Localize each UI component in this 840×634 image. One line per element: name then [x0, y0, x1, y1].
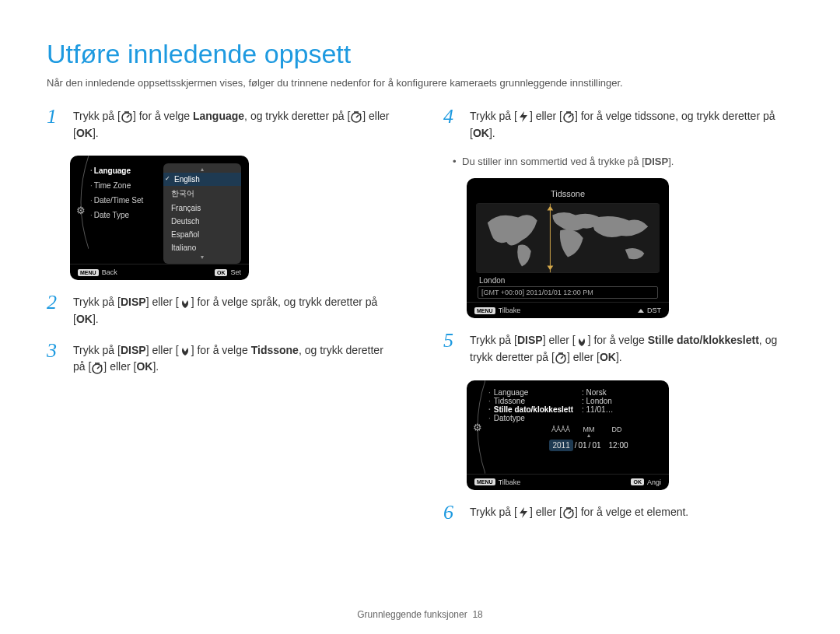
ok-icon: OK	[76, 313, 93, 325]
gear-icon: ⚙	[76, 204, 86, 215]
chevron-up-icon: ▴	[163, 166, 241, 173]
disp-icon: DISP	[121, 296, 146, 308]
timezone-city: London	[474, 273, 661, 285]
timer-icon	[91, 362, 103, 374]
timer-icon	[555, 352, 567, 364]
disp-icon: DISP	[517, 334, 543, 346]
step-6: 6 Trykk på [] eller [] for å velge et el…	[443, 504, 793, 523]
timezone-title: Tidssone	[474, 186, 661, 203]
date-day: 01	[592, 441, 600, 450]
row-tidssone: Tidssone	[488, 397, 574, 405]
step-4: 4 Trykk på [] eller [] for å velge tidss…	[443, 108, 793, 142]
lang-deutsch: Deutsch	[163, 215, 241, 228]
intro-text: Når den innledende oppsettsskjermen vise…	[47, 77, 793, 89]
lang-english: English	[163, 173, 241, 186]
ok-badge: OK	[631, 478, 644, 485]
date-month: 01	[578, 441, 586, 450]
macro-icon	[179, 345, 191, 357]
date-year: 2011	[549, 440, 572, 451]
step-number: 4	[443, 107, 460, 142]
ok-icon: OK	[76, 127, 93, 139]
world-map	[476, 203, 660, 273]
date-time: 12:00	[609, 441, 628, 450]
macro-icon	[179, 297, 191, 310]
step-4-note: Du stiller inn sommertid ved å trykke på…	[453, 156, 793, 167]
device-timezone-screen: Tidssone London	[467, 178, 669, 318]
menu-badge: MENU	[474, 307, 495, 314]
step-number: 2	[47, 292, 64, 328]
step-number: 5	[443, 331, 460, 366]
ok-icon: OK	[136, 360, 152, 373]
menu-badge: MENU	[78, 269, 99, 276]
disp-icon: DISP	[645, 156, 668, 167]
step-2: 2 Trykk på [DISP] eller [] for å velge s…	[47, 294, 397, 328]
timezone-gmt: [GMT +00:00] 2011/01/01 12:00 PM	[478, 286, 658, 299]
device-footer: MENUTilbake DST	[467, 302, 669, 318]
step-number: 6	[443, 503, 460, 523]
timer-icon	[562, 110, 575, 123]
menu-item-datetype: ·Date Type	[90, 209, 154, 221]
step-number: 3	[47, 341, 64, 376]
page-title: Utføre innledende oppsett	[47, 39, 793, 69]
timer-icon	[350, 110, 362, 123]
row-datotype: Datotype	[488, 414, 574, 422]
step-number: 1	[47, 107, 64, 142]
lang-italiano: Italiano	[163, 241, 241, 254]
curve-decoration	[70, 156, 89, 249]
device-language-screen: ·Language ·Time Zone ·Date/Time Set ·Dat…	[70, 156, 249, 280]
ok-icon: OK	[473, 127, 489, 139]
timer-icon	[562, 506, 575, 519]
step-1: 1 Trykk på [] for å velge Language, og t…	[47, 108, 397, 142]
date-editor: ÅÅÅÅ MM DD ▴ 2011 / 01 / 01 12:00	[516, 426, 661, 451]
page-footer: Grunnleggende funksjoner 18	[0, 609, 840, 620]
ok-icon: OK	[600, 351, 616, 363]
step-3: 3 Trykk på [DISP] eller [] for å velge T…	[47, 342, 397, 376]
language-dropdown: ▴ English 한국어 Français Deutsch Español I…	[163, 163, 241, 264]
macro-icon	[576, 335, 588, 348]
ok-badge: OK	[215, 269, 228, 276]
menu-item-datetimeset: ·Date/Time Set	[90, 194, 154, 206]
lang-korean: 한국어	[163, 186, 241, 201]
disp-icon: DISP	[121, 344, 146, 356]
chevron-down-icon: ▾	[163, 254, 241, 261]
device-footer: MENUBack OKSet	[70, 264, 249, 280]
row-language: Language	[488, 388, 574, 397]
step-5: 5 Trykk på [DISP] eller [] for å velge S…	[443, 332, 793, 366]
lang-francais: Français	[163, 201, 241, 215]
flash-icon	[517, 506, 530, 519]
menu-badge: MENU	[474, 478, 495, 485]
lang-espanol: Español	[163, 228, 241, 241]
flash-icon	[517, 110, 530, 123]
device-datetime-screen: ⚙ Language: Norsk Tidssone: London Still…	[467, 380, 669, 490]
gear-icon: ⚙	[473, 421, 482, 433]
menu-item-timezone: ·Time Zone	[90, 180, 154, 191]
device-footer: MENUTilbake OKAngi	[467, 474, 669, 490]
row-stille-dato: Stille dato/klokkeslett	[488, 405, 574, 414]
triangle-up-icon	[638, 309, 644, 313]
timer-icon	[121, 110, 133, 123]
chevron-up-icon: ▴	[516, 433, 661, 438]
menu-item-language: ·Language	[90, 165, 154, 177]
